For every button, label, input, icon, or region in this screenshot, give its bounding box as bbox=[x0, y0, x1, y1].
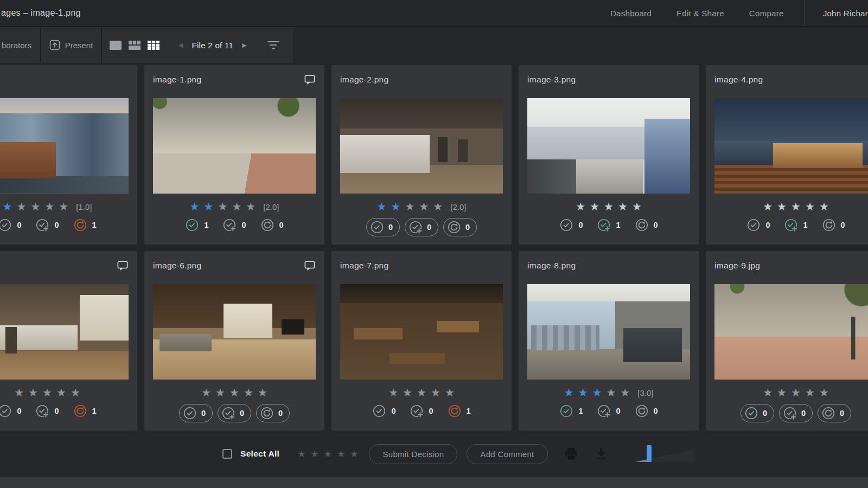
star-icon[interactable]: ★ bbox=[431, 387, 441, 398]
approve-counter-button[interactable]: 0 bbox=[372, 404, 395, 418]
star-rating[interactable]: ★★★★★ bbox=[714, 386, 868, 399]
star-icon[interactable]: ★ bbox=[405, 201, 414, 212]
approve-counter-button[interactable]: 0 bbox=[741, 404, 774, 422]
grid-view-icon[interactable] bbox=[148, 41, 159, 50]
star-icon[interactable]: ★ bbox=[377, 201, 387, 212]
star-icon[interactable]: ★ bbox=[433, 201, 443, 212]
star-icon[interactable]: ★ bbox=[590, 201, 599, 212]
revise-counter-button[interactable]: 0 bbox=[635, 218, 658, 232]
approve-with-changes-counter-button[interactable]: 0 bbox=[218, 404, 251, 422]
star-icon[interactable]: ★ bbox=[204, 201, 214, 212]
star-icon[interactable]: ★ bbox=[819, 201, 829, 212]
filter-icon[interactable] bbox=[267, 41, 279, 49]
image-thumbnail[interactable] bbox=[340, 98, 503, 194]
star-icon[interactable]: ★ bbox=[632, 201, 642, 212]
star-icon[interactable]: ★ bbox=[777, 387, 787, 398]
image-card[interactable]: .v2.jpg ★★★★★[1.0] 0 bbox=[0, 65, 137, 245]
star-icon[interactable]: ★ bbox=[28, 387, 38, 398]
bulk-star-icon[interactable]: ★ bbox=[337, 448, 345, 460]
star-icon[interactable]: ★ bbox=[763, 201, 773, 212]
revise-counter-button[interactable]: 0 bbox=[443, 218, 477, 236]
approve-counter-button[interactable]: 0 bbox=[559, 218, 583, 232]
star-rating[interactable]: ★★★★★ bbox=[340, 386, 503, 399]
star-icon[interactable]: ★ bbox=[576, 201, 585, 212]
star-icon[interactable]: ★ bbox=[791, 387, 801, 398]
star-icon[interactable]: ★ bbox=[606, 387, 616, 398]
image-card[interactable]: image-7.png ★★★★★ 0 bbox=[331, 251, 512, 431]
star-rating[interactable]: ★★★★★ bbox=[0, 386, 129, 399]
approve-counter-button[interactable]: 0 bbox=[0, 404, 21, 418]
bulk-star-icon[interactable]: ★ bbox=[350, 448, 358, 460]
add-comment-button[interactable]: Add Comment bbox=[467, 444, 547, 464]
star-icon[interactable]: ★ bbox=[391, 201, 401, 212]
star-icon[interactable]: ★ bbox=[620, 387, 630, 398]
nav-dashboard[interactable]: Dashboard bbox=[610, 9, 652, 18]
star-rating[interactable]: ★★★★★ bbox=[714, 200, 868, 213]
star-icon[interactable]: ★ bbox=[417, 387, 426, 398]
bulk-star-rating[interactable]: ★★★★★ bbox=[297, 448, 358, 460]
approve-counter-button[interactable]: 1 bbox=[185, 218, 208, 232]
star-icon[interactable]: ★ bbox=[42, 387, 52, 398]
approve-with-changes-counter-button[interactable]: 0 bbox=[597, 404, 620, 418]
approve-with-changes-counter-button[interactable]: 1 bbox=[597, 218, 620, 232]
select-all-checkbox[interactable] bbox=[222, 449, 232, 459]
star-icon[interactable]: ★ bbox=[403, 387, 412, 398]
previous-file-arrow-icon[interactable]: ◀ bbox=[178, 42, 183, 49]
submit-decision-button[interactable]: Submit Decision bbox=[369, 444, 457, 464]
star-icon[interactable]: ★ bbox=[777, 201, 787, 212]
revise-counter-button[interactable]: 1 bbox=[73, 404, 97, 418]
image-card[interactable]: image-8.png ★★★★★[3.0] 1 bbox=[519, 251, 699, 431]
star-rating[interactable]: ★★★★★[3.0] bbox=[527, 386, 690, 399]
revise-counter-button[interactable]: 0 bbox=[635, 404, 658, 418]
star-icon[interactable]: ★ bbox=[17, 201, 27, 212]
star-rating[interactable]: ★★★★★ bbox=[527, 200, 690, 213]
image-thumbnail[interactable] bbox=[527, 284, 690, 380]
image-thumbnail[interactable] bbox=[714, 284, 868, 380]
image-card[interactable]: image-1.png ★★★★★[2.0] 1 bbox=[144, 65, 324, 245]
zoom-slider[interactable] bbox=[626, 445, 694, 463]
star-icon[interactable]: ★ bbox=[215, 387, 225, 398]
approve-counter-button[interactable]: 0 bbox=[366, 218, 400, 236]
star-icon[interactable]: ★ bbox=[419, 201, 429, 212]
star-icon[interactable]: ★ bbox=[592, 387, 602, 398]
nav-compare[interactable]: Compare bbox=[749, 9, 784, 18]
comment-indicator-icon[interactable] bbox=[117, 260, 129, 271]
image-thumbnail[interactable] bbox=[714, 98, 868, 194]
approve-with-changes-counter-button[interactable]: 0 bbox=[779, 404, 813, 422]
approve-with-changes-counter-button[interactable]: 0 bbox=[410, 404, 433, 418]
present-button[interactable]: Present bbox=[41, 27, 102, 63]
star-icon[interactable]: ★ bbox=[578, 387, 588, 398]
print-icon[interactable] bbox=[564, 447, 578, 460]
image-thumbnail[interactable] bbox=[0, 98, 129, 194]
approve-with-changes-counter-button[interactable]: 0 bbox=[35, 404, 59, 418]
star-icon[interactable]: ★ bbox=[445, 387, 455, 398]
image-thumbnail[interactable] bbox=[340, 284, 503, 380]
star-icon[interactable]: ★ bbox=[805, 387, 815, 398]
star-icon[interactable]: ★ bbox=[388, 387, 398, 398]
image-card[interactable]: image-2.png ★★★★★[2.0] 0 bbox=[331, 65, 512, 245]
revise-counter-button[interactable]: 0 bbox=[822, 218, 845, 232]
star-icon[interactable]: ★ bbox=[819, 387, 829, 398]
zoom-slider-track[interactable] bbox=[635, 450, 694, 462]
next-file-arrow-icon[interactable]: ▶ bbox=[242, 42, 246, 49]
collaborators-button[interactable]: borators bbox=[0, 27, 41, 63]
star-icon[interactable]: ★ bbox=[190, 201, 200, 212]
star-rating[interactable]: ★★★★★[2.0] bbox=[340, 200, 503, 213]
approve-counter-button[interactable]: 0 bbox=[0, 218, 21, 232]
star-icon[interactable]: ★ bbox=[3, 201, 12, 212]
image-thumbnail[interactable] bbox=[0, 284, 129, 380]
user-menu[interactable]: John Richar bbox=[823, 9, 868, 18]
star-icon[interactable]: ★ bbox=[244, 387, 253, 398]
approve-with-changes-counter-button[interactable]: 0 bbox=[35, 218, 59, 232]
star-icon[interactable]: ★ bbox=[59, 201, 68, 212]
star-icon[interactable]: ★ bbox=[232, 201, 241, 212]
comment-indicator-icon[interactable] bbox=[304, 74, 316, 85]
star-icon[interactable]: ★ bbox=[218, 201, 227, 212]
image-thumbnail[interactable] bbox=[527, 98, 690, 194]
star-icon[interactable]: ★ bbox=[564, 387, 574, 398]
image-card[interactable]: .png ★★★★★ 0 bbox=[0, 251, 137, 431]
revise-counter-button[interactable]: 1 bbox=[73, 218, 97, 232]
star-icon[interactable]: ★ bbox=[56, 387, 66, 398]
approve-with-changes-counter-button[interactable]: 0 bbox=[222, 218, 246, 232]
approve-counter-button[interactable]: 0 bbox=[746, 218, 770, 232]
